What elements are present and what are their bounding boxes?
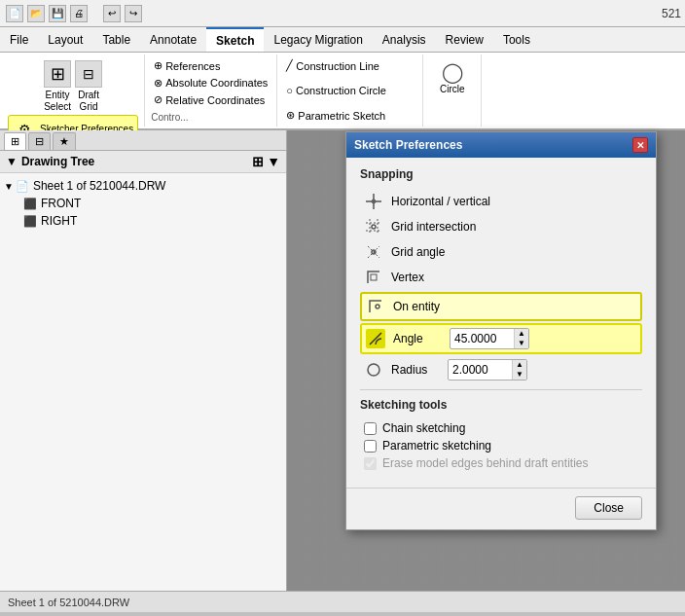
view-tab-1[interactable]: ⊞ <box>4 132 26 150</box>
svg-point-16 <box>368 364 379 376</box>
parametric-sketching-row[interactable]: Parametric sketching <box>360 437 642 454</box>
parametric-sketching-checkbox[interactable] <box>364 440 377 453</box>
close-button[interactable]: Close <box>575 496 642 520</box>
absolute-coords-btn[interactable]: ⊗ Absolute Coordinates <box>151 76 270 91</box>
erase-edges-label: Erase model edges behind draft entities <box>382 456 588 470</box>
view-tabs: ⊞ ⊟ ★ <box>0 130 286 151</box>
draft-grid-label: DraftGrid <box>78 90 99 113</box>
tree-icon-1[interactable]: ⊞ <box>252 154 264 169</box>
tree-item-front[interactable]: ⬛ FRONT <box>4 195 282 212</box>
construction-circle-btn[interactable]: ○ Construction Circle <box>283 84 389 97</box>
toolbar-open[interactable]: 📂 <box>27 5 45 22</box>
angle-spin-buttons: ▲ ▼ <box>514 329 528 348</box>
ribbon-group-circle: ◯ Circle <box>423 54 482 127</box>
snap-horizontal-vertical[interactable]: Horizontal / vertical <box>360 189 642 214</box>
svg-point-4 <box>372 199 376 203</box>
parametric-sketch-btn[interactable]: ⊛ Parametric Sketch <box>283 108 388 123</box>
radius-label: Radius <box>391 363 440 377</box>
sheet-label: Sheet 1 of 5210044.DRW <box>33 179 166 193</box>
horizontal-vertical-icon <box>364 192 383 211</box>
front-icon: ⬛ <box>23 198 37 210</box>
angle-spin-down[interactable]: ▼ <box>515 339 528 348</box>
entity-select-label: EntitySelect <box>44 90 71 113</box>
relative-coords-btn[interactable]: ⊘ Relative Coordinates <box>151 92 268 107</box>
svg-point-9 <box>372 225 376 229</box>
construction-circle-icon: ○ <box>286 85 293 96</box>
menu-tools[interactable]: Tools <box>493 27 540 52</box>
angle-icon <box>366 329 385 348</box>
radius-input[interactable] <box>449 362 512 378</box>
sheet-expand-icon[interactable]: ▼ <box>4 181 14 192</box>
menu-legacy-migration[interactable]: Legacy Migration <box>264 27 372 52</box>
snap-on-entity[interactable]: On entity <box>360 292 642 321</box>
snap-grid-angle[interactable]: Grid angle <box>360 239 642 265</box>
svg-point-14 <box>376 305 379 308</box>
tree-item-sheet[interactable]: ▼ 📄 Sheet 1 of 5210044.DRW <box>4 177 282 195</box>
entity-select-icon: ⊞ <box>44 60 71 88</box>
construction-line-icon: ╱ <box>286 59 293 72</box>
menu-layout[interactable]: Layout <box>38 27 92 52</box>
view-tab-3[interactable]: ★ <box>53 132 76 150</box>
construction-line-label: Construction Line <box>296 60 379 72</box>
angle-input[interactable] <box>451 331 514 346</box>
ribbon-group-control: ⊕ References ⊗ Absolute Coordinates ⊘ Re… <box>145 54 277 127</box>
menu-review[interactable]: Review <box>436 27 493 52</box>
tree-item-right[interactable]: ⬛ RIGHT <box>4 212 282 230</box>
grid-intersection-icon <box>364 217 383 236</box>
references-btn[interactable]: ⊕ References <box>151 58 223 73</box>
section-divider <box>360 389 642 390</box>
toolbar-print[interactable]: 🖨 <box>70 5 88 22</box>
angle-spin-up[interactable]: ▲ <box>515 329 528 339</box>
chain-sketching-row[interactable]: Chain sketching <box>360 419 642 437</box>
circle-label: Circle <box>440 84 465 95</box>
on-entity-label: On entity <box>393 300 440 313</box>
angle-label: Angle <box>393 332 442 345</box>
absolute-coords-icon: ⊗ <box>154 77 162 90</box>
relative-coords-icon: ⊘ <box>154 93 162 106</box>
radius-spin-buttons: ▲ ▼ <box>512 360 526 380</box>
references-label: References <box>165 60 220 72</box>
menu-analysis[interactable]: Analysis <box>373 27 436 52</box>
tree-header-icons: ⊞ ▼ <box>252 154 280 169</box>
top-toolbar: 📄 📂 💾 🖨 ↩ ↪ 521 <box>0 0 685 27</box>
toolbar-redo[interactable]: ↪ <box>125 5 142 22</box>
circle-btn[interactable]: ◯ Circle <box>436 58 469 97</box>
vertex-icon <box>364 268 383 287</box>
tree-content: ▼ 📄 Sheet 1 of 5210044.DRW ⬛ FRONT ⬛ RIG… <box>0 173 286 591</box>
modal-titlebar: Sketch Preferences ✕ <box>346 132 656 158</box>
modal-close-x-btn[interactable]: ✕ <box>632 137 648 153</box>
tree-icon-2[interactable]: ▼ <box>267 154 280 169</box>
tree-expand-icon[interactable]: ▼ <box>6 155 18 168</box>
right-label: RIGHT <box>41 214 77 228</box>
radius-spin-down[interactable]: ▼ <box>513 370 526 380</box>
toolbar-undo[interactable]: ↩ <box>103 5 121 22</box>
snap-vertex[interactable]: Vertex <box>360 265 642 290</box>
modal-footer: Close <box>346 488 656 529</box>
radius-row: Radius ▲ ▼ <box>360 356 642 383</box>
tree-header: ▼ Drawing Tree ⊞ ▼ <box>0 151 286 173</box>
menu-annotate[interactable]: Annotate <box>140 27 206 52</box>
chain-sketching-checkbox[interactable] <box>364 422 377 435</box>
radius-spin-up[interactable]: ▲ <box>513 360 526 370</box>
draft-grid-icon: ⊟ <box>75 60 102 88</box>
ribbon-group-settings: ⊞ EntitySelect ⊟ DraftGrid ⚙ Sketcher Pr… <box>2 54 145 127</box>
snap-grid-intersection[interactable]: Grid intersection <box>360 214 642 239</box>
grid-angle-icon <box>364 242 383 262</box>
left-panel: ⊞ ⊟ ★ ▼ Drawing Tree ⊞ ▼ ▼ 📄 Sheet 1 of … <box>0 130 287 591</box>
toolbar-new[interactable]: 📄 <box>6 5 23 22</box>
absolute-coords-label: Absolute Coordinates <box>165 77 268 89</box>
entity-select-btn[interactable]: ⊞ EntitySelect ⊟ DraftGrid <box>40 58 106 115</box>
construction-circle-label: Construction Circle <box>296 85 386 96</box>
radius-input-container: ▲ ▼ <box>448 359 527 380</box>
menu-table[interactable]: Table <box>92 27 140 52</box>
erase-edges-row: Erase model edges behind draft entities <box>360 454 642 472</box>
menu-file[interactable]: File <box>0 27 38 52</box>
toolbar-save[interactable]: 💾 <box>49 5 66 22</box>
erase-edges-checkbox[interactable] <box>364 457 377 470</box>
view-tab-2[interactable]: ⊟ <box>28 132 51 150</box>
radius-icon <box>364 360 383 380</box>
construction-line-btn[interactable]: ╱ Construction Line <box>283 58 382 73</box>
snapping-section-title: Snapping <box>360 167 642 181</box>
menu-sketch[interactable]: Sketch <box>206 27 264 52</box>
modal-content: Snapping Horizontal / vertical <box>346 158 656 482</box>
